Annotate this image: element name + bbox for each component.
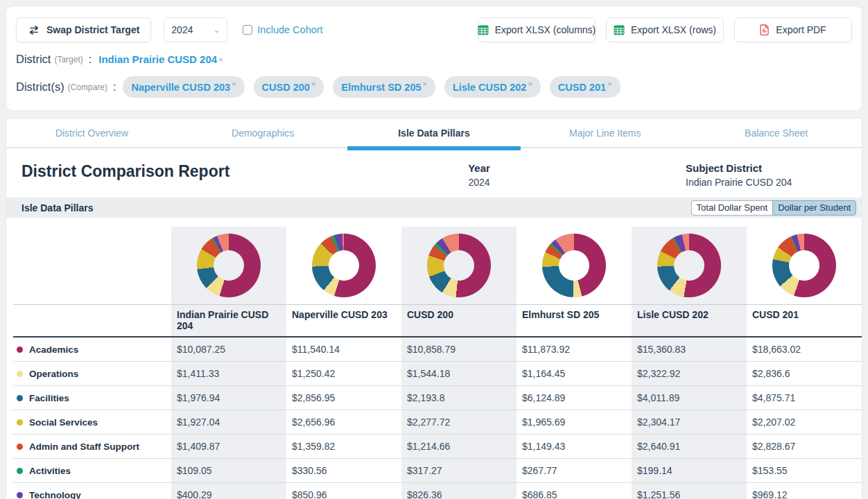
- year-select-value: 2024: [171, 24, 193, 35]
- filter-card: Swap District Target 2024 ⌄ Include Coho…: [6, 6, 862, 111]
- cell-social-services-indian-prairie-cusd-204: $1,927.04: [171, 410, 286, 435]
- row-label-admin-and-staff-support: Admin and Staff Support: [13, 435, 171, 459]
- compare-chip-cusd-200[interactable]: CUSD 200×: [254, 76, 324, 98]
- donut-chart-cusd-201: [772, 234, 836, 297]
- chip-label: Elmhurst SD 205: [341, 82, 421, 93]
- cell-facilities-cusd-201: $4,875.71: [747, 386, 862, 410]
- subject-district-label: Subject District: [686, 162, 792, 174]
- donut-row-spacer: [13, 227, 171, 304]
- subject-district-value: Indian Prairie CUSD 204: [686, 177, 792, 188]
- cell-academics-cusd-200: $10,858.79: [401, 338, 517, 362]
- tabs: District OverviewDemographicsIsle Data P…: [6, 119, 862, 148]
- export-pdf-button[interactable]: Export PDF: [734, 17, 852, 42]
- compare-qualifier: (Compare): [68, 82, 107, 92]
- legend-dot-operations: [17, 371, 23, 377]
- compare-chip-elmhurst-sd-205[interactable]: Elmhurst SD 205×: [333, 76, 435, 98]
- donut-hole: [674, 250, 704, 281]
- cell-academics-naperville-cusd-203: $11,540.14: [286, 338, 401, 362]
- subject-district-summary: Subject District Indian Prairie CUSD 204: [686, 162, 792, 188]
- target-district-link[interactable]: Indian Prairie CUSD 204: [98, 53, 217, 65]
- cell-admin-and-staff-support-naperville-cusd-203: $1,359.82: [286, 435, 401, 459]
- compare-chip-lisle-cusd-202[interactable]: Lisle CUSD 202×: [444, 76, 541, 98]
- chip-label: CUSD 201: [558, 82, 606, 93]
- row-label-social-services: Social Services: [13, 410, 171, 435]
- cell-technology-cusd-200: $826.36: [401, 483, 517, 499]
- cell-admin-and-staff-support-indian-prairie-cusd-204: $1,409.87: [171, 435, 286, 459]
- export-buttons: Export XLSX (columns) Export XLSX (rows)…: [478, 17, 852, 42]
- tab-demographics[interactable]: Demographics: [177, 119, 349, 147]
- row-label-text: Facilities: [29, 393, 69, 403]
- cell-social-services-cusd-201: $2,207.02: [747, 410, 862, 435]
- toggle-total-dollar-spent[interactable]: Total Dollar Spent: [691, 200, 773, 216]
- donut-hole: [559, 250, 589, 281]
- remove-chip-icon[interactable]: ×: [423, 80, 427, 88]
- swap-district-target-button[interactable]: Swap District Target: [16, 17, 151, 42]
- checkbox-icon: [243, 25, 252, 35]
- compare-chip-naperville-cusd-203[interactable]: Naperville CUSD 203×: [123, 76, 244, 98]
- cell-operations-indian-prairie-cusd-204: $1,411.33: [171, 362, 286, 386]
- cell-activities-naperville-cusd-203: $330.56: [286, 459, 401, 483]
- column-header-indian-prairie-cusd-204: Indian Prairie CUSD 204: [171, 304, 286, 338]
- toggle-dollar-per-student[interactable]: Dollar per Student: [772, 200, 856, 216]
- cell-social-services-naperville-cusd-203: $2,656.96: [286, 410, 401, 435]
- name-row-spacer: [13, 304, 171, 338]
- cell-operations-cusd-201: $2,836.6: [747, 362, 862, 386]
- cell-facilities-lisle-cusd-202: $4,011.89: [632, 386, 747, 410]
- remove-chip-icon[interactable]: ×: [607, 80, 611, 88]
- donut-cell-lisle-cusd-202: [632, 227, 747, 304]
- cell-activities-cusd-201: $153.55: [747, 459, 862, 483]
- tab-major-line-items[interactable]: Major Line Items: [519, 119, 691, 147]
- column-header-cusd-200: CUSD 200: [401, 304, 517, 338]
- donut-cell-cusd-201: [747, 227, 862, 304]
- donut-hole: [214, 250, 244, 281]
- row-label-text: Activities: [29, 466, 71, 476]
- row-label-academics: Academics: [13, 338, 171, 362]
- cell-admin-and-staff-support-elmhurst-sd-205: $1,149.43: [517, 435, 632, 459]
- year-summary: Year 2024: [396, 162, 562, 188]
- year-label: Year: [396, 162, 562, 174]
- compare-label: District(s): [16, 80, 64, 94]
- column-header-elmhurst-sd-205: Elmhurst SD 205: [517, 304, 632, 338]
- swap-button-label: Swap District Target: [46, 24, 139, 35]
- cell-academics-elmhurst-sd-205: $11,873.92: [517, 338, 632, 362]
- donut-cell-elmhurst-sd-205: [517, 227, 632, 304]
- legend-dot-social-services: [17, 419, 23, 426]
- year-value: 2024: [396, 177, 562, 188]
- donut-chart-elmhurst-sd-205: [542, 234, 606, 297]
- row-label-text: Social Services: [29, 417, 98, 428]
- cell-social-services-cusd-200: $2,277.72: [401, 410, 517, 435]
- target-qualifier: (Target): [54, 55, 83, 64]
- remove-chip-icon[interactable]: ×: [232, 80, 236, 88]
- tab-district-overview[interactable]: District Overview: [6, 119, 177, 147]
- donut-cell-cusd-200: [401, 227, 517, 304]
- cell-operations-naperville-cusd-203: $1,250.42: [286, 362, 401, 386]
- donut-cell-indian-prairie-cusd-204: [171, 227, 286, 304]
- remove-chip-icon[interactable]: ×: [528, 80, 532, 88]
- donut-chart-cusd-200: [427, 234, 491, 297]
- cell-facilities-cusd-200: $2,193.8: [401, 386, 517, 410]
- cell-admin-and-staff-support-cusd-201: $2,828.67: [747, 435, 862, 459]
- cell-facilities-elmhurst-sd-205: $6,124.89: [517, 386, 632, 410]
- column-header-lisle-cusd-202: Lisle CUSD 202: [632, 304, 747, 338]
- export-xlsx-rows-button[interactable]: Export XLSX (rows): [606, 17, 724, 42]
- row-label-text: Admin and Staff Support: [29, 441, 139, 452]
- compare-districts-row: District(s) (Compare) : Naperville CUSD …: [16, 76, 852, 98]
- include-cohort-checkbox[interactable]: Include Cohort: [243, 24, 322, 35]
- export-xlsx-columns-button[interactable]: Export XLSX (columns): [478, 17, 596, 42]
- cell-operations-elmhurst-sd-205: $1,164.45: [517, 362, 632, 386]
- remove-chip-icon[interactable]: ×: [311, 80, 315, 88]
- cell-technology-naperville-cusd-203: $850.96: [286, 483, 401, 499]
- pdf-file-icon: [760, 24, 770, 35]
- cell-technology-elmhurst-sd-205: $686.85: [517, 483, 632, 499]
- year-select[interactable]: 2024 ⌄: [164, 17, 227, 42]
- tab-isle-data-pillars[interactable]: Isle Data Pillars: [349, 119, 520, 147]
- row-label-operations: Operations: [13, 362, 171, 386]
- spend-mode-toggle: Total Dollar SpentDollar per Student: [691, 200, 856, 216]
- cell-activities-cusd-200: $317.27: [401, 459, 517, 483]
- remove-target-icon[interactable]: ×: [218, 55, 223, 64]
- cell-facilities-indian-prairie-cusd-204: $1,976.94: [171, 386, 286, 410]
- tab-balance-sheet[interactable]: Balance Sheet: [691, 119, 862, 147]
- compare-chip-cusd-201[interactable]: CUSD 201×: [550, 76, 620, 98]
- xlsx-table-icon: [614, 25, 625, 35]
- row-label-activities: Activities: [13, 459, 171, 483]
